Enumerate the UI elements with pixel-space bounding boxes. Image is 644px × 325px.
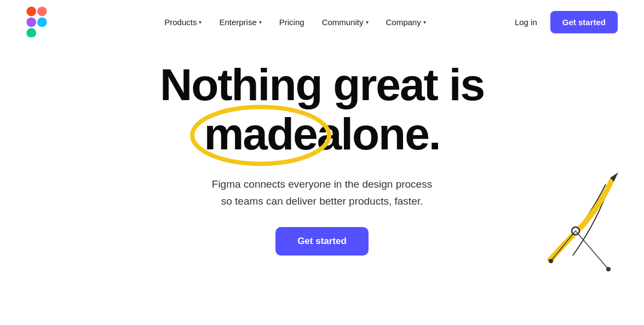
nav-enterprise[interactable]: Enterprise ▾ [211, 13, 269, 31]
hero-section: Nothing great is made alone. Figma conne… [0, 44, 644, 256]
svg-point-6 [572, 227, 579, 235]
hero-get-started-button[interactable]: Get started [275, 227, 369, 256]
navbar: Products ▾ Enterprise ▾ Pricing Communit… [0, 0, 644, 44]
svg-point-10 [549, 259, 553, 263]
nav-pricing[interactable]: Pricing [272, 13, 312, 31]
chevron-down-icon: ▾ [366, 19, 369, 25]
nav-get-started-button[interactable]: Get started [550, 11, 618, 33]
svg-line-8 [576, 231, 608, 269]
hero-headline-line2: made alone. [204, 109, 440, 159]
nav-company[interactable]: Company ▾ [378, 13, 434, 31]
svg-rect-1 [37, 7, 47, 16]
nav-links: Products ▾ Enterprise ▾ Pricing Communit… [80, 13, 510, 31]
nav-actions: Log in Get started [510, 11, 618, 33]
svg-rect-0 [26, 7, 36, 16]
login-link[interactable]: Log in [510, 13, 542, 31]
hero-subtitle: Figma connects everyone in the design pr… [212, 176, 432, 210]
chevron-down-icon: ▾ [259, 19, 262, 25]
svg-point-9 [606, 267, 611, 271]
nav-community[interactable]: Community ▾ [314, 13, 376, 31]
figma-logo-icon [26, 7, 47, 37]
pen-tool-decoration [518, 162, 639, 272]
chevron-down-icon: ▾ [199, 19, 202, 25]
hero-headline: Nothing great is made alone. [160, 60, 484, 159]
svg-point-4 [37, 18, 47, 27]
nav-products[interactable]: Products ▾ [157, 13, 209, 31]
pen-tool-icon [518, 162, 639, 272]
svg-rect-3 [26, 28, 36, 37]
chevron-down-icon: ▾ [423, 19, 426, 25]
svg-line-7 [551, 231, 576, 261]
hero-cta: Get started [275, 227, 369, 256]
logo[interactable] [26, 7, 47, 37]
made-highlight: made [204, 109, 317, 159]
svg-rect-2 [26, 18, 36, 27]
